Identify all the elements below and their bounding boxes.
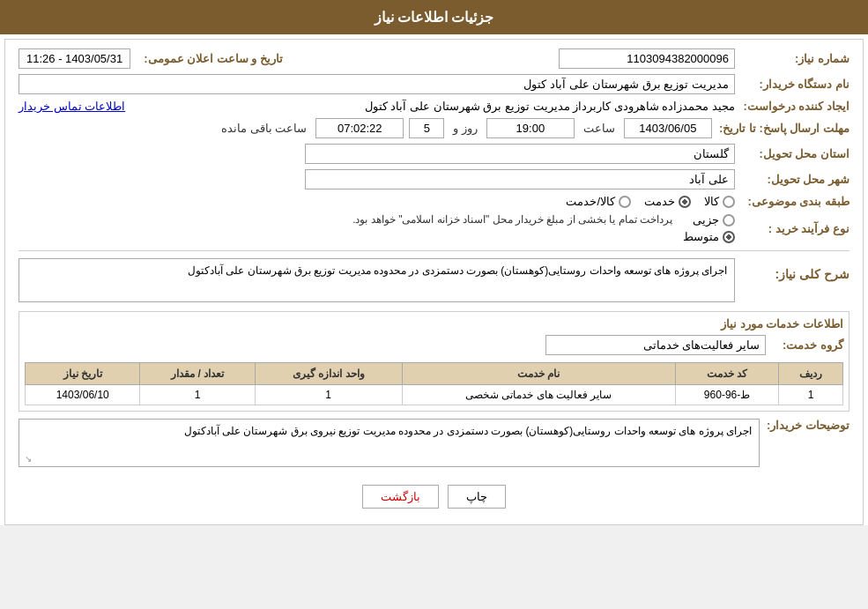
shomareNiaz-value: 1103094382000096: [559, 48, 735, 69]
resize-handle[interactable]: ↘: [21, 454, 32, 464]
mohlat-date: 1403/06/05: [624, 118, 712, 138]
sharh-row: شرح کلی نیاز: اجرای پروژه های توسعه واحد…: [19, 258, 849, 302]
mohlat-baqi: 07:02:22: [315, 118, 404, 138]
ostan-row: استان محل تحویل: گلستان: [19, 144, 849, 164]
radio-khadamat[interactable]: خدمت: [644, 195, 691, 208]
baqi-label: ساعت باقی مانده: [221, 122, 307, 135]
services-table: ردیف کد خدمت نام خدمت واحد اندازه گیری ت…: [25, 362, 843, 405]
noeFarayand-desc: پرداخت تمام یا بخشی از مبلغ خریدار محل "…: [19, 213, 672, 226]
tabagheh-row: طبقه بندی موضوعی: کالا خدمت کالا/خدمت: [19, 195, 849, 208]
page-title: جزئیات اطلاعات نیاز: [375, 10, 494, 25]
buttons-row: چاپ بازگشت: [19, 478, 849, 516]
ostan-value: گلستان: [305, 144, 735, 164]
cell-name: سایر فعالیت های خدماتی شخصی: [402, 385, 675, 405]
col-name: نام خدمت: [402, 363, 675, 385]
sharh-label: شرح کلی نیاز:: [735, 267, 849, 281]
sharh-value: اجرای پروژه های توسعه واحدات روستایی(کوه…: [19, 258, 735, 302]
namDastgah-label: نام دستگاه خریدار:: [735, 78, 849, 91]
col-kod: کد خدمت: [675, 363, 778, 385]
roz-label: روز و: [453, 122, 478, 135]
namDastgah-value: مدیریت توزیع برق شهرستان علی آباد کتول: [19, 74, 735, 94]
contact-info-link[interactable]: اطلاعات تماس خریدار: [19, 100, 125, 113]
page-header: جزئیات اطلاعات نیاز: [0, 0, 868, 34]
mohlat-roz: 5: [409, 118, 444, 138]
radio-kala[interactable]: کالا: [704, 195, 735, 208]
cell-kod: ط-96-960: [675, 385, 778, 405]
group-value: سایر فعالیت‌های خدماتی: [545, 335, 766, 355]
namDastgah-row: نام دستگاه خریدار: مدیریت توزیع برق شهرس…: [19, 74, 849, 94]
tawzih-box: اجرای پروژه های توسعه واحدات روستایی(کوه…: [19, 419, 760, 467]
radio-kala-khadamat[interactable]: کالا/خدمت: [566, 195, 631, 208]
shahr-row: شهر محل تحویل: علی آباد: [19, 169, 849, 189]
services-title: اطلاعات خدمات مورد نیاز: [25, 317, 843, 330]
tawzih-label: توضیحات خریدار:: [760, 419, 849, 432]
tarikSaat-value: 1403/05/31 - 11:26: [19, 48, 130, 69]
ijadKanandeh-row: ایجاد کننده درخواست: مجید محمدزاده شاهرو…: [19, 100, 849, 113]
radio-motavaset-label: متوسط: [683, 230, 719, 243]
print-button[interactable]: چاپ: [448, 485, 506, 509]
radio-kala-circle: [723, 196, 735, 208]
radio-khadamat-circle: [679, 196, 691, 208]
group-label: گروه خدمت:: [773, 338, 843, 352]
radio-jozei-circle: [723, 214, 735, 227]
tabagheh-label: طبقه بندی موضوعی:: [735, 195, 849, 208]
table-row: 1 ط-96-960 سایر فعالیت های خدماتی شخصی 1…: [26, 385, 843, 405]
shahr-label: شهر محل تحویل:: [735, 173, 849, 186]
divider1: [19, 250, 849, 251]
services-section: اطلاعات خدمات مورد نیاز گروه خدمت: سایر …: [19, 311, 849, 412]
radio-kala-khadamat-label: کالا/خدمت: [566, 195, 615, 208]
cell-radif: 1: [779, 385, 843, 405]
noeFarayand-label: نوع فرآیند خرید :: [735, 222, 849, 235]
mohlat-row: مهلت ارسال پاسخ: تا تاریخ: 1403/06/05 سا…: [19, 118, 849, 138]
shomareNiaz-label: شماره نیاز:: [735, 52, 849, 65]
radio-jozei-label: جزیی: [693, 213, 719, 227]
ostan-label: استان محل تحویل:: [735, 147, 849, 160]
tarikSaat-label: تاریخ و ساعت اعلان عمومی:: [130, 52, 289, 65]
col-tedad: تعداد / مقدار: [140, 363, 255, 385]
col-tarikh: تاریخ نیاز: [26, 363, 140, 385]
radio-jozei[interactable]: جزیی: [683, 213, 735, 227]
ijadKanandeh-value: مجید محمدزاده شاهرودی کاربرداز مدیریت تو…: [132, 100, 735, 113]
saat-label: ساعت: [583, 122, 615, 135]
radio-kala-label: کالا: [704, 195, 719, 208]
cell-tedad: 1: [140, 385, 255, 405]
col-radif: ردیف: [779, 363, 843, 385]
cell-vahed: 1: [255, 385, 402, 405]
noeFarayand-row: نوع فرآیند خرید : جزیی متوسط پرداخت تمام…: [19, 213, 849, 243]
cell-tarikh: 1403/06/10: [26, 385, 140, 405]
ijadKanandeh-label: ایجاد کننده درخواست:: [735, 100, 849, 113]
tawzih-section: توضیحات خریدار: اجرای پروژه های توسعه وا…: [19, 419, 849, 467]
group-row: گروه خدمت: سایر فعالیت‌های خدماتی: [25, 335, 843, 355]
shomareNiaz-row: شماره نیاز: 1103094382000096 تاریخ و ساع…: [19, 48, 849, 69]
col-vahed: واحد اندازه گیری: [255, 363, 402, 385]
mohlat-saat: 19:00: [486, 118, 575, 138]
mohlat-label: مهلت ارسال پاسخ: تا تاریخ:: [712, 122, 849, 135]
tawzih-value: اجرای پروژه های توسعه واحدات روستایی(کوه…: [184, 425, 752, 437]
radio-kala-khadamat-circle: [619, 196, 631, 208]
shahr-value: علی آباد: [305, 169, 735, 189]
radio-khadamat-label: خدمت: [644, 195, 675, 208]
radio-motavaset-circle: [723, 231, 735, 243]
back-button[interactable]: بازگشت: [362, 485, 439, 509]
radio-motavaset[interactable]: متوسط: [683, 230, 735, 243]
